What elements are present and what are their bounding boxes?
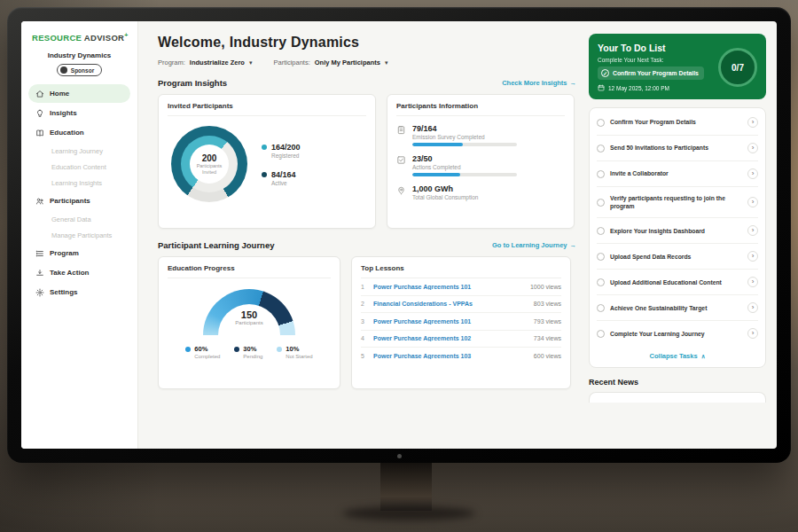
active-donut-ring: 200 Participants Invited bbox=[181, 136, 238, 192]
todo-progress-ring: 0/7 bbox=[718, 48, 757, 87]
task-checkbox[interactable] bbox=[597, 145, 605, 153]
task-item[interactable]: Send 50 Invitations to Participants › bbox=[597, 136, 758, 161]
sidebar: RESOURCE ADVISOR+ Industry Dynamics Spon… bbox=[21, 21, 138, 449]
legend-item-completed: 60% Completed bbox=[185, 345, 220, 359]
logo-text-advisor: ADVISOR bbox=[84, 33, 124, 43]
sponsor-badge[interactable]: Sponsor bbox=[57, 64, 102, 76]
go-to-learning-journey-link[interactable]: Go to Learning Journey → bbox=[492, 241, 576, 249]
sidebar-item-participants[interactable]: Participants bbox=[28, 192, 130, 210]
legend-item-pending: 30% Pending bbox=[234, 345, 262, 359]
task-checkbox[interactable] bbox=[597, 304, 605, 312]
chevron-right-icon[interactable]: › bbox=[747, 251, 758, 262]
task-item[interactable]: Confirm Your Program Details › bbox=[597, 110, 758, 136]
sponsor-icon bbox=[60, 66, 67, 74]
task-checkbox[interactable] bbox=[597, 199, 605, 207]
lesson-link[interactable]: Power Purchase Agreements 103 bbox=[373, 353, 528, 359]
task-item[interactable]: Upload Additional Educational Content › bbox=[597, 270, 758, 295]
invited-legend: 164/200 Registered 84/164 Active bbox=[262, 143, 301, 186]
chevron-right-icon[interactable]: › bbox=[747, 117, 758, 128]
sidebar-item-label: Learning Journey bbox=[51, 147, 103, 155]
lesson-link[interactable]: Power Purchase Agreements 101 bbox=[373, 318, 528, 325]
recent-news-title: Recent News bbox=[589, 378, 766, 387]
task-item[interactable]: Complete Your Learning Journey › bbox=[597, 321, 758, 346]
education-legend: 60% Completed 30% Pending 10% Not Starte… bbox=[168, 345, 331, 359]
sidebar-item-program[interactable]: Program bbox=[28, 244, 130, 262]
invited-participants-card: Invited Participants 200 Participants In… bbox=[158, 94, 376, 229]
task-item[interactable]: Verify participants requesting to join t… bbox=[597, 187, 758, 218]
task-checkbox[interactable] bbox=[597, 119, 605, 127]
task-item[interactable]: Upload Spend Data Records › bbox=[597, 244, 758, 270]
sidebar-item-label: Home bbox=[50, 90, 69, 98]
legend-item-registered: 164/200 Registered bbox=[262, 143, 301, 159]
main-content: Welcome, Industry Dynamics Program: Indu… bbox=[138, 21, 589, 449]
sidebar-item-insights[interactable]: Insights bbox=[28, 104, 130, 122]
sidebar-item-general-data[interactable]: General Data bbox=[28, 211, 130, 227]
program-filter-value: Industrialize Zero bbox=[190, 59, 245, 66]
task-checkbox[interactable] bbox=[597, 170, 605, 178]
chevron-right-icon[interactable]: › bbox=[747, 197, 758, 207]
task-checkbox[interactable] bbox=[597, 227, 605, 235]
sidebar-item-settings[interactable]: Settings bbox=[28, 283, 130, 301]
program-insights-title: Program Insights bbox=[158, 78, 227, 88]
chevron-right-icon[interactable]: › bbox=[747, 302, 758, 313]
sidebar-item-label: Insights bbox=[50, 109, 77, 117]
participants-information-card: Participants Information 79/164 Emission… bbox=[387, 94, 575, 229]
chevron-right-icon[interactable]: › bbox=[747, 168, 758, 179]
todo-panel: Your To Do List Complete Your Next Task:… bbox=[589, 34, 766, 99]
sidebar-item-manage-participants[interactable]: Manage Participants bbox=[28, 227, 130, 243]
participants-filter[interactable]: Participants: Only My Participants ▾ bbox=[273, 59, 387, 66]
task-checkbox[interactable] bbox=[597, 278, 605, 286]
sidebar-item-home[interactable]: Home bbox=[28, 84, 130, 103]
sidebar-item-learning-insights[interactable]: Learning Insights bbox=[28, 175, 130, 191]
lesson-link[interactable]: Financial Considerations - VPPAs bbox=[373, 301, 528, 307]
chevron-right-icon[interactable]: › bbox=[747, 225, 758, 236]
chevron-right-icon[interactable]: › bbox=[747, 277, 758, 287]
gauge-center-label: Participants bbox=[203, 320, 295, 325]
actions-completed-row: 23/50 Actions Completed bbox=[396, 154, 565, 176]
clipboard-icon bbox=[396, 125, 406, 135]
donut-center-value: 200 bbox=[202, 153, 217, 163]
task-checkbox[interactable] bbox=[597, 330, 605, 338]
collapse-caret-icon: ∧ bbox=[701, 353, 706, 360]
sidebar-item-label: Manage Participants bbox=[51, 231, 112, 239]
registered-dot-icon bbox=[262, 145, 267, 150]
legend-item-not-started: 10% Not Started bbox=[277, 345, 312, 359]
participants-information-card-title: Participants Information bbox=[396, 102, 565, 116]
chevron-right-icon[interactable]: › bbox=[747, 143, 758, 153]
program-filter[interactable]: Program: Industrialize Zero ▾ bbox=[158, 59, 252, 66]
sponsor-badge-label: Sponsor bbox=[71, 67, 94, 74]
collapse-tasks-link[interactable]: Collapse Tasks ∧ bbox=[597, 346, 758, 365]
task-item[interactable]: Invite a Collaborator › bbox=[597, 161, 758, 187]
arrow-right-icon: → bbox=[570, 241, 577, 249]
chevron-right-icon[interactable]: › bbox=[747, 328, 758, 339]
logo-text-resource: RESOURCE bbox=[32, 33, 82, 43]
top-lessons-card-title: Top Lessons bbox=[361, 264, 561, 278]
next-task-pill[interactable]: ✓ Confirm Your Program Details bbox=[598, 66, 704, 80]
pending-dot-icon bbox=[234, 347, 239, 352]
sidebar-item-education-content[interactable]: Education Content bbox=[28, 159, 130, 175]
sidebar-item-label: Take Action bbox=[50, 269, 89, 277]
sidebar-item-label: General Data bbox=[51, 215, 91, 223]
learning-journey-title: Participant Learning Journey bbox=[158, 240, 274, 250]
lesson-row: 5 Power Purchase Agreements 103 600 view… bbox=[361, 348, 561, 365]
lesson-link[interactable]: Power Purchase Agreements 102 bbox=[373, 335, 528, 341]
check-icon: ✓ bbox=[601, 69, 609, 77]
checklist-icon bbox=[396, 155, 406, 165]
sidebar-item-label: Participants bbox=[50, 197, 90, 205]
task-checkbox[interactable] bbox=[597, 253, 605, 261]
recent-news-card bbox=[589, 392, 766, 403]
invited-participants-card-title: Invited Participants bbox=[168, 102, 366, 116]
sidebar-item-take-action[interactable]: Take Action bbox=[28, 263, 130, 282]
lightbulb-icon bbox=[35, 109, 44, 118]
org-name: Industry Dynamics bbox=[28, 51, 130, 59]
task-item[interactable]: Achieve One Sustainability Target › bbox=[597, 295, 758, 321]
check-more-insights-link[interactable]: Check More Insights → bbox=[502, 79, 576, 87]
emission-survey-row: 79/164 Emission Survey Completed bbox=[396, 124, 565, 146]
sidebar-item-education[interactable]: Education bbox=[28, 123, 130, 142]
chevron-down-icon: ▾ bbox=[249, 59, 253, 66]
lesson-link[interactable]: Power Purchase Agreements 101 bbox=[373, 284, 524, 290]
filters-row: Program: Industrialize Zero ▾ Participan… bbox=[158, 59, 576, 66]
sidebar-item-learning-journey[interactable]: Learning Journey bbox=[28, 143, 130, 159]
lesson-row: 1 Power Purchase Agreements 101 1000 vie… bbox=[361, 278, 561, 296]
task-item[interactable]: Explore Your Insights Dashboard › bbox=[597, 218, 758, 244]
